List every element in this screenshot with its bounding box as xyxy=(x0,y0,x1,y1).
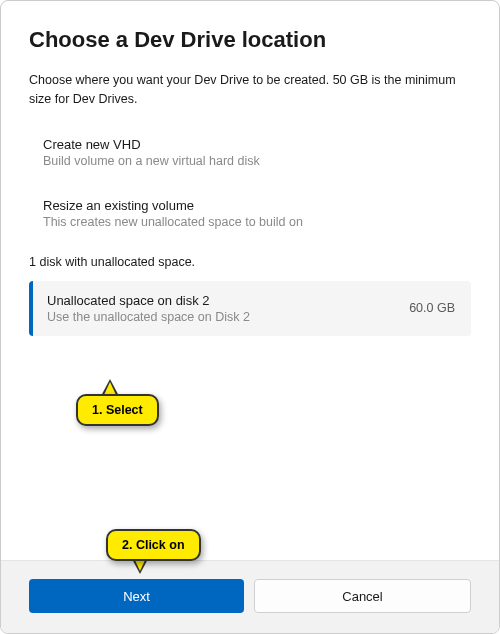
option-title: Create new VHD xyxy=(43,137,471,152)
option-create-vhd[interactable]: Create new VHD Build volume on a new vir… xyxy=(29,133,471,172)
selected-title: Unallocated space on disk 2 xyxy=(47,293,409,308)
dialog-content: Choose a Dev Drive location Choose where… xyxy=(1,1,499,560)
option-resize-volume[interactable]: Resize an existing volume This creates n… xyxy=(29,194,471,233)
selected-text: Unallocated space on disk 2 Use the unal… xyxy=(47,293,409,324)
disk-count-label: 1 disk with unallocated space. xyxy=(29,255,471,269)
annotation-click: 2. Click on xyxy=(106,529,201,561)
dialog-footer: Next Cancel xyxy=(1,560,499,633)
dialog-title: Choose a Dev Drive location xyxy=(29,27,471,53)
selected-desc: Use the unallocated space on Disk 2 xyxy=(47,310,409,324)
cancel-button[interactable]: Cancel xyxy=(254,579,471,613)
next-button[interactable]: Next xyxy=(29,579,244,613)
option-unallocated-disk[interactable]: Unallocated space on disk 2 Use the unal… xyxy=(29,281,471,336)
option-desc: Build volume on a new virtual hard disk xyxy=(43,154,471,168)
dialog-subtitle: Choose where you want your Dev Drive to … xyxy=(29,71,471,109)
annotation-select: 1. Select xyxy=(76,394,159,426)
option-desc: This creates new unallocated space to bu… xyxy=(43,215,471,229)
option-title: Resize an existing volume xyxy=(43,198,471,213)
selected-size: 60.0 GB xyxy=(409,301,455,315)
